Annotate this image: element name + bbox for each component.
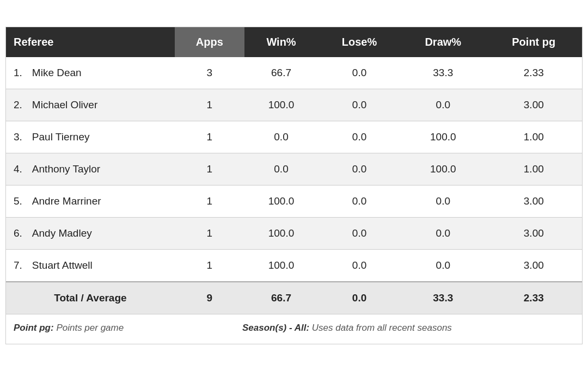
referee-cell: 1.Mike Dean xyxy=(6,57,175,89)
ppg-cell: 2.33 xyxy=(486,57,582,89)
row-name: Michael Oliver xyxy=(32,99,97,110)
lose-cell: 0.0 xyxy=(318,218,401,250)
row-rank: 2. xyxy=(14,99,22,110)
header-ppg: Point pg xyxy=(486,27,582,57)
apps-cell: 1 xyxy=(175,89,244,121)
row-rank: 4. xyxy=(14,163,22,175)
row-rank: 6. xyxy=(14,227,22,239)
draw-cell: 0.0 xyxy=(401,250,486,282)
ppg-cell: 3.00 xyxy=(486,250,582,282)
footer-right: Season(s) - All: Uses data from all rece… xyxy=(242,321,574,335)
footer-season-note: Season(s) - All: Uses data from all rece… xyxy=(242,323,452,333)
apps-cell: 1 xyxy=(175,186,244,218)
table-row: 2.Michael Oliver1100.00.00.03.00 xyxy=(6,89,582,121)
table-row: 1.Mike Dean366.70.033.32.33 xyxy=(6,57,582,89)
win-cell: 0.0 xyxy=(244,121,318,153)
table-footer: Point pg: Points per game Season(s) - Al… xyxy=(6,314,582,344)
header-draw: Draw% xyxy=(401,27,486,57)
total-draw: 33.3 xyxy=(401,282,486,314)
header-win: Win% xyxy=(244,27,318,57)
draw-cell: 0.0 xyxy=(401,218,486,250)
win-cell: 100.0 xyxy=(244,89,318,121)
table-row: 4.Anthony Taylor10.00.0100.01.00 xyxy=(6,153,582,186)
referee-cell: 2.Michael Oliver xyxy=(6,89,175,121)
ppg-cell: 3.00 xyxy=(486,186,582,218)
table-row: 5.Andre Marriner1100.00.00.03.00 xyxy=(6,186,582,218)
apps-cell: 1 xyxy=(175,250,244,282)
apps-cell: 1 xyxy=(175,121,244,153)
ppg-cell: 3.00 xyxy=(486,89,582,121)
lose-cell: 0.0 xyxy=(318,153,401,186)
ppg-cell: 1.00 xyxy=(486,121,582,153)
lose-cell: 0.0 xyxy=(318,89,401,121)
row-rank: 7. xyxy=(14,259,22,271)
lose-cell: 0.0 xyxy=(318,57,401,89)
ppg-cell: 1.00 xyxy=(486,153,582,186)
total-apps: 9 xyxy=(175,282,244,314)
header-apps: Apps xyxy=(175,27,244,57)
table-row: 7.Stuart Attwell1100.00.00.03.00 xyxy=(6,250,582,282)
row-rank: 1. xyxy=(14,67,22,78)
win-cell: 100.0 xyxy=(244,186,318,218)
win-cell: 100.0 xyxy=(244,218,318,250)
footer-ppg-note: Point pg: Points per game xyxy=(14,323,124,333)
total-ppg: 2.33 xyxy=(486,282,582,314)
footer-left: Point pg: Points per game xyxy=(14,321,242,335)
row-name: Anthony Taylor xyxy=(32,163,100,175)
table-row: 3.Paul Tierney10.00.0100.01.00 xyxy=(6,121,582,153)
table-header-row: Referee Apps Win% Lose% Draw% Point pg xyxy=(6,27,582,57)
draw-cell: 100.0 xyxy=(401,121,486,153)
row-rank: 3. xyxy=(14,131,22,143)
apps-cell: 1 xyxy=(175,153,244,186)
ppg-cell: 3.00 xyxy=(486,218,582,250)
lose-cell: 0.0 xyxy=(318,121,401,153)
win-cell: 0.0 xyxy=(244,153,318,186)
referee-cell: 6.Andy Madley xyxy=(6,218,175,250)
row-name: Andy Madley xyxy=(32,227,92,239)
draw-cell: 33.3 xyxy=(401,57,486,89)
win-cell: 100.0 xyxy=(244,250,318,282)
total-win: 66.7 xyxy=(244,282,318,314)
draw-cell: 0.0 xyxy=(401,186,486,218)
row-name: Paul Tierney xyxy=(32,131,90,143)
referee-cell: 3.Paul Tierney xyxy=(6,121,175,153)
header-referee: Referee xyxy=(6,27,175,57)
total-label: Total / Average xyxy=(6,282,175,314)
lose-cell: 0.0 xyxy=(318,250,401,282)
row-rank: 5. xyxy=(14,195,22,207)
row-name: Mike Dean xyxy=(32,67,82,78)
referee-cell: 7.Stuart Attwell xyxy=(6,250,175,282)
table-row: 6.Andy Madley1100.00.00.03.00 xyxy=(6,218,582,250)
apps-cell: 1 xyxy=(175,218,244,250)
draw-cell: 100.0 xyxy=(401,153,486,186)
draw-cell: 0.0 xyxy=(401,89,486,121)
total-lose: 0.0 xyxy=(318,282,401,314)
total-row: Total / Average966.70.033.32.33 xyxy=(6,282,582,314)
win-cell: 66.7 xyxy=(244,57,318,89)
referee-cell: 4.Anthony Taylor xyxy=(6,153,175,186)
referee-cell: 5.Andre Marriner xyxy=(6,186,175,218)
row-name: Andre Marriner xyxy=(32,195,101,207)
apps-cell: 3 xyxy=(175,57,244,89)
row-name: Stuart Attwell xyxy=(32,259,93,271)
header-lose: Lose% xyxy=(318,27,401,57)
lose-cell: 0.0 xyxy=(318,186,401,218)
referee-stats-table: Referee Apps Win% Lose% Draw% Point pg 1… xyxy=(5,27,583,344)
